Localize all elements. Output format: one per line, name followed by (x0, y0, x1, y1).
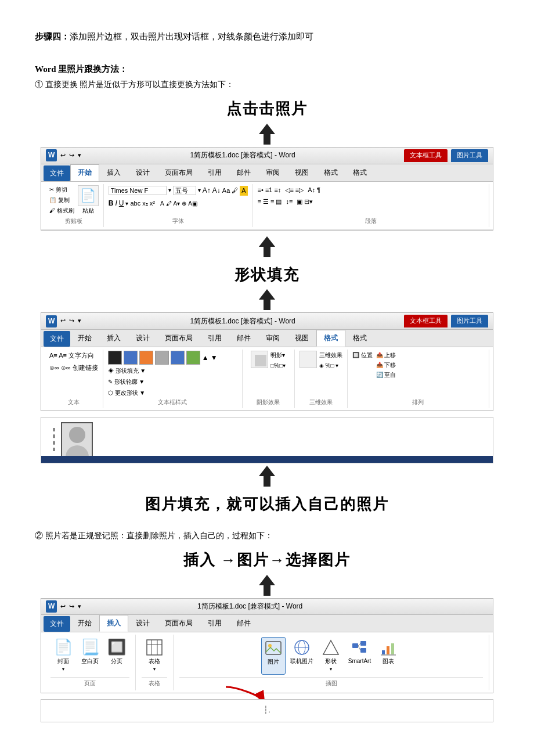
style-scroll-up[interactable]: ▲ (202, 352, 209, 363)
r3-tab-design[interactable]: 设计 (128, 615, 157, 632)
strikethrough-btn[interactable]: abc (130, 199, 140, 209)
underline-arrow[interactable]: ▾ (125, 199, 128, 208)
grow-font-btn[interactable]: A↑ (203, 185, 211, 196)
tab-file[interactable]: 文件 (44, 165, 70, 181)
r2-tab-design[interactable]: 设计 (128, 330, 157, 347)
r2-tab-insert[interactable]: 插入 (99, 330, 128, 347)
shape-outline-btn[interactable]: ✎ 形状轮廓 ▼ (108, 377, 145, 387)
cover-btn[interactable]: 📄 封面 ▾ (50, 637, 76, 675)
char-shading-btn[interactable]: ⊕ (182, 199, 186, 208)
shadow-on-btn[interactable]: 明影▾ (270, 351, 286, 360)
threed-color-btn[interactable]: ◈ %□ ▾ (319, 361, 342, 370)
tab-design[interactable]: 设计 (128, 164, 157, 181)
picture-btn[interactable]: 图片 (261, 637, 286, 675)
align-left-btn[interactable]: ≡ (258, 197, 261, 207)
font-color-btn[interactable]: A (160, 199, 164, 208)
font-misc-btn[interactable]: 🖋 (232, 186, 238, 196)
swatch-blue2[interactable] (171, 351, 185, 365)
tab-insert[interactable]: 插入 (99, 164, 128, 181)
sub-btn[interactable]: x₂ (142, 199, 148, 209)
swatch-orange[interactable] (139, 351, 153, 365)
auto-btn[interactable]: 🔄 至自 (376, 370, 396, 380)
tab-view[interactable]: 视图 (287, 164, 316, 181)
line-spacing-btn[interactable]: ↕≡ (286, 197, 293, 207)
tab-home[interactable]: 开始 (70, 164, 99, 181)
tab-references[interactable]: 引用 (200, 164, 229, 181)
cut-btn[interactable]: ✂ 剪切 (49, 185, 74, 195)
align-center-btn[interactable]: ☰ (263, 197, 269, 207)
paste-btn[interactable]: 📄 (78, 185, 99, 206)
numbering-btn[interactable]: ≡1 (265, 185, 273, 196)
highlight-btn[interactable]: 🖍 (166, 199, 172, 208)
page-break-btn[interactable]: 🔲 分页 (104, 637, 129, 675)
shadow-color-btn[interactable]: □%□▾ (270, 361, 286, 370)
blank-page-btn[interactable]: 📃 空白页 (77, 637, 103, 675)
swatch-green[interactable] (186, 351, 200, 365)
threed-effect-btn[interactable]: 三维效果 (319, 351, 342, 360)
format-painter-btn[interactable]: 🖌 格式刷 (49, 206, 74, 215)
up-btn[interactable]: 📤 上移 (376, 351, 396, 360)
increase-indent-btn[interactable]: ≡▷ (295, 185, 304, 196)
shrink-font-btn[interactable]: A↓ (212, 185, 221, 196)
r2-tab-layout[interactable]: 页面布局 (157, 330, 200, 347)
shading-btn[interactable]: ▣ (297, 197, 302, 207)
multilevel-btn[interactable]: ≡↕ (274, 185, 281, 196)
underline-btn[interactable]: U (119, 198, 124, 209)
bullets-btn[interactable]: ≡• (258, 185, 264, 196)
r2-tab-review[interactable]: 审阅 (258, 330, 287, 347)
decrease-indent-btn[interactable]: ◁≡ (285, 185, 293, 196)
r3-tab-file[interactable]: 文件 (44, 616, 70, 632)
r2-tab-home[interactable]: 开始 (70, 330, 99, 347)
r2-tab-mail[interactable]: 邮件 (229, 330, 258, 347)
chart-btn[interactable]: 图表 (376, 637, 401, 675)
swatch-black[interactable] (108, 351, 122, 365)
tool-tab-textbox2[interactable]: 文本框工具 (404, 315, 448, 327)
text-highlight-btn[interactable]: A (240, 186, 247, 196)
font-size-input[interactable] (173, 186, 196, 195)
tab-mail[interactable]: 邮件 (229, 164, 258, 181)
shapes-btn[interactable]: 形状 ▾ (318, 637, 344, 675)
online-picture-btn[interactable]: 联机图片 (287, 637, 317, 675)
r3-tab-home[interactable]: 开始 (70, 615, 99, 632)
swatch-blue[interactable] (124, 351, 138, 365)
char-border-btn[interactable]: A▣ (188, 199, 197, 208)
threed-box[interactable] (300, 351, 317, 368)
tool-tab-textbox[interactable]: 文本框工具 (404, 149, 448, 162)
border-btn[interactable]: ⊟▾ (304, 197, 313, 207)
shadow-box[interactable] (251, 351, 268, 368)
change-shape-btn[interactable]: ⬡ 更改形状 ▼ (108, 388, 145, 398)
bold-btn[interactable]: B (109, 198, 114, 209)
copy-btn[interactable]: 📋 复制 (49, 196, 74, 205)
r2-tab-format2[interactable]: 格式 (345, 330, 374, 347)
swatch-gray[interactable] (155, 351, 169, 365)
r2-tab-file[interactable]: 文件 (44, 331, 70, 347)
justify-btn[interactable]: ▤ (276, 197, 282, 207)
r2-tab-view[interactable]: 视图 (287, 330, 316, 347)
tab-format2[interactable]: 格式 (345, 164, 374, 181)
r3-tab-insert[interactable]: 插入 (99, 615, 128, 632)
r3-tab-references[interactable]: 引用 (200, 615, 229, 632)
tab-review[interactable]: 审阅 (258, 164, 287, 181)
tab-format1[interactable]: 格式 (316, 164, 345, 181)
italic-btn[interactable]: I (115, 198, 117, 209)
tool-tab-picture2[interactable]: 图片工具 (451, 315, 488, 327)
r2-tab-format[interactable]: 格式 (316, 330, 345, 347)
down-btn[interactable]: 📥 下移 (376, 361, 396, 370)
sort-btn[interactable]: A↕ (308, 185, 315, 196)
r3-tab-layout[interactable]: 页面布局 (157, 615, 200, 632)
tab-layout[interactable]: 页面布局 (157, 164, 200, 181)
position-btn[interactable]: 🔲 位置 (352, 351, 373, 380)
style-scroll-down[interactable]: ▼ (211, 352, 218, 363)
shape-fill-btn[interactable]: ◈ 形状填充 ▼ (108, 366, 146, 376)
table-btn[interactable]: 表格 ▾ (142, 637, 167, 675)
font-name-input[interactable] (109, 186, 167, 195)
text-direction-btn[interactable]: A≡ A≡ 文字方向 (49, 351, 98, 361)
aa-btn[interactable]: Aa (222, 186, 230, 196)
tool-tab-picture[interactable]: 图片工具 (451, 149, 488, 162)
show-marks-btn[interactable]: ¶ (317, 185, 320, 196)
create-link-btn[interactable]: ⊙∞ ⊙∞ 创建链接 (49, 363, 98, 373)
font-color2-btn[interactable]: A▾ (174, 199, 181, 208)
smartart-btn[interactable]: SmartArt (345, 637, 374, 675)
super-btn[interactable]: x² (150, 199, 155, 209)
r3-tab-mail[interactable]: 邮件 (229, 615, 258, 632)
